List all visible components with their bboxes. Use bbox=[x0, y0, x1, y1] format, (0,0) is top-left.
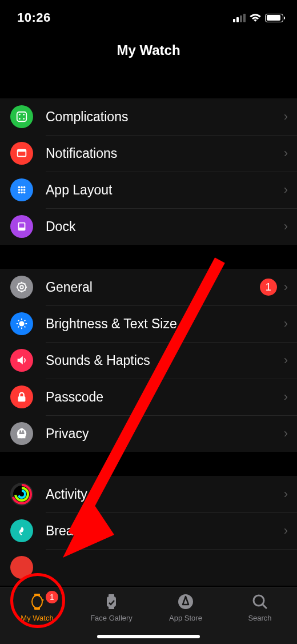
svg-point-29 bbox=[18, 491, 25, 498]
row-label: App Layout bbox=[46, 182, 284, 198]
breathe-icon bbox=[10, 519, 33, 542]
svg-point-8 bbox=[21, 186, 23, 189]
chevron-right-icon: › bbox=[284, 487, 288, 502]
settings-section: Complications › Notifications › App Layo… bbox=[0, 98, 297, 245]
brightness-icon bbox=[10, 312, 33, 335]
tab-search[interactable]: Search bbox=[223, 593, 297, 622]
svg-rect-21 bbox=[18, 396, 26, 401]
row-label: Complications bbox=[46, 109, 284, 125]
row-sounds[interactable]: Sounds & Haptics › bbox=[0, 342, 297, 379]
page-title: My Watch bbox=[0, 42, 297, 58]
svg-point-19 bbox=[20, 285, 23, 289]
chevron-right-icon: › bbox=[284, 219, 288, 234]
svg-rect-17 bbox=[19, 224, 24, 228]
row-dock[interactable]: Dock › bbox=[0, 208, 297, 245]
svg-point-20 bbox=[19, 321, 24, 326]
privacy-icon bbox=[10, 422, 33, 445]
search-icon bbox=[250, 593, 270, 610]
svg-rect-34 bbox=[107, 597, 116, 607]
svg-line-39 bbox=[263, 605, 266, 608]
row-label: Sounds & Haptics bbox=[46, 353, 284, 368]
svg-point-10 bbox=[18, 189, 21, 191]
svg-rect-36 bbox=[109, 607, 114, 609]
svg-point-15 bbox=[23, 192, 26, 194]
row-label: General bbox=[46, 280, 260, 295]
row-label: Brightness & Text Size bbox=[46, 316, 284, 332]
chevron-right-icon: › bbox=[284, 316, 288, 331]
passcode-icon bbox=[10, 385, 33, 408]
watch-icon bbox=[27, 593, 47, 610]
face-gallery-icon bbox=[102, 593, 121, 610]
svg-rect-31 bbox=[34, 594, 40, 596]
svg-point-14 bbox=[21, 192, 23, 194]
chevron-right-icon: › bbox=[284, 523, 288, 538]
app-store-icon bbox=[176, 593, 195, 610]
svg-rect-26 bbox=[22, 431, 24, 433]
tab-badge: 1 bbox=[46, 591, 58, 603]
svg-rect-6 bbox=[18, 150, 26, 152]
row-notifications[interactable]: Notifications › bbox=[0, 135, 297, 172]
tab-label: Face Gallery bbox=[90, 614, 133, 622]
svg-point-1 bbox=[19, 114, 21, 116]
general-icon bbox=[10, 276, 33, 299]
svg-rect-32 bbox=[34, 607, 40, 610]
complications-icon bbox=[10, 105, 33, 128]
svg-point-7 bbox=[18, 186, 21, 189]
row-general[interactable]: General 1 › bbox=[0, 269, 297, 305]
chevron-right-icon: › bbox=[284, 426, 288, 441]
svg-point-33 bbox=[42, 599, 44, 601]
row-passcode[interactable]: Passcode › bbox=[0, 379, 297, 415]
wifi-icon bbox=[249, 13, 262, 22]
svg-point-11 bbox=[21, 189, 23, 191]
status-indicators bbox=[233, 13, 283, 22]
tab-label: My Watch bbox=[21, 614, 53, 622]
chevron-right-icon: › bbox=[284, 146, 288, 161]
chevron-right-icon: › bbox=[284, 109, 288, 124]
row-label: Notifications bbox=[46, 146, 284, 161]
row-partial[interactable] bbox=[0, 549, 297, 586]
svg-rect-24 bbox=[19, 432, 24, 434]
chevron-right-icon: › bbox=[284, 182, 288, 197]
tab-label: Search bbox=[248, 614, 271, 622]
svg-point-12 bbox=[23, 189, 26, 191]
svg-rect-0 bbox=[17, 112, 27, 122]
row-label: Privacy bbox=[46, 426, 284, 442]
tab-app-store[interactable]: App Store bbox=[148, 593, 223, 622]
svg-point-2 bbox=[23, 114, 25, 116]
notifications-icon bbox=[10, 142, 33, 165]
svg-point-4 bbox=[23, 118, 25, 120]
chevron-right-icon: › bbox=[284, 280, 288, 295]
tab-label: App Store bbox=[169, 614, 202, 622]
svg-point-30 bbox=[32, 595, 42, 608]
row-complications[interactable]: Complications › bbox=[0, 98, 297, 135]
row-activity[interactable]: Activity › bbox=[0, 476, 297, 512]
app-layout-icon bbox=[10, 178, 33, 201]
tab-my-watch[interactable]: 1 My Watch bbox=[0, 593, 74, 622]
row-label: Dock bbox=[46, 219, 284, 234]
dock-icon bbox=[10, 215, 33, 238]
svg-point-3 bbox=[19, 118, 21, 120]
cellular-signal-icon bbox=[233, 13, 246, 22]
settings-section: General 1 › Brightness & Text Size › Sou… bbox=[0, 269, 297, 452]
svg-rect-25 bbox=[19, 431, 21, 433]
row-label: Passcode bbox=[46, 389, 284, 405]
row-app-layout[interactable]: App Layout › bbox=[0, 172, 297, 208]
row-label: Activity bbox=[46, 487, 284, 502]
chevron-right-icon: › bbox=[284, 353, 288, 368]
row-privacy[interactable]: Privacy › bbox=[0, 415, 297, 452]
chevron-right-icon: › bbox=[284, 389, 288, 404]
tab-face-gallery[interactable]: Face Gallery bbox=[74, 593, 148, 622]
status-bar: 10:26 bbox=[0, 0, 297, 32]
status-time: 10:26 bbox=[17, 10, 51, 25]
nav-header: My Watch bbox=[0, 32, 297, 74]
home-indicator[interactable] bbox=[97, 635, 200, 638]
row-label: Breathe bbox=[46, 523, 284, 539]
row-brightness[interactable]: Brightness & Text Size › bbox=[0, 305, 297, 342]
svg-point-13 bbox=[18, 192, 21, 194]
row-breathe[interactable]: Breathe › bbox=[0, 512, 297, 549]
battery-icon bbox=[265, 14, 283, 22]
svg-rect-35 bbox=[109, 594, 114, 597]
activity-icon bbox=[10, 483, 33, 506]
app-icon bbox=[10, 556, 33, 579]
svg-point-9 bbox=[23, 186, 26, 189]
